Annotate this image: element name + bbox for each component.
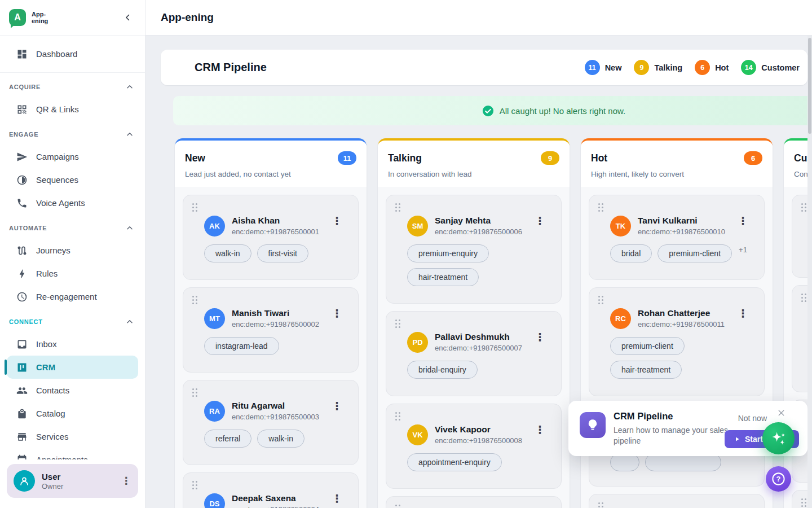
- sidebar-item-campaigns[interactable]: Campaigns: [7, 145, 138, 168]
- ai-assistant-fab[interactable]: [762, 422, 795, 454]
- drag-handle-icon[interactable]: [192, 481, 349, 490]
- lead-card[interactable]: RCRohan Chatterjeeenc:demo:+919876500011…: [589, 287, 765, 396]
- bag-icon: [16, 408, 28, 419]
- sidebar-section-engage[interactable]: ENGAGE: [0, 124, 145, 145]
- avatar: [14, 470, 35, 492]
- lead-name: Rohan Chatterjee: [638, 308, 725, 318]
- sidebar-item-label: Re-engagement: [36, 292, 97, 301]
- help-fab[interactable]: ?: [766, 466, 791, 492]
- stat-label: Hot: [715, 63, 729, 72]
- sidebar-collapse-button[interactable]: [120, 10, 136, 25]
- sidebar-item-catalog[interactable]: Catalog: [7, 402, 138, 425]
- drag-handle-icon[interactable]: [395, 412, 552, 421]
- sidebar-item-label: Catalog: [36, 409, 65, 418]
- not-now-button[interactable]: Not now: [738, 414, 767, 423]
- lead-card[interactable]: SMSanjay Mehtaenc:demo:+919876500006⋮pre…: [386, 195, 562, 304]
- drag-handle-icon[interactable]: [395, 319, 552, 329]
- sidebar-section-acquire[interactable]: ACQUIRE: [0, 76, 145, 98]
- lead-card[interactable]: Amit Kumar⋮: [589, 494, 765, 508]
- vertical-scrollbar[interactable]: [807, 36, 812, 508]
- section-label: ACQUIRE: [9, 84, 41, 90]
- tag-pill[interactable]: premium-client: [610, 337, 685, 355]
- sidebar-item-contacts[interactable]: Contacts: [7, 379, 138, 402]
- sidebar-item-re-engagement[interactable]: Re-engagement: [7, 285, 138, 308]
- sidebar-item-services[interactable]: Services: [7, 425, 138, 448]
- tag-pill[interactable]: walk-in: [204, 244, 251, 262]
- svg-text:?: ?: [776, 475, 781, 483]
- lead-card[interactable]: RARitu Agarwalenc:demo:+919876500003⋮ref…: [183, 380, 359, 465]
- pipeline-stat-talking: 9Talking: [634, 60, 682, 75]
- sidebar-section-connect[interactable]: CONNECT: [0, 311, 145, 332]
- tag-pill[interactable]: hair-treatment: [407, 268, 479, 286]
- tag-pill[interactable]: first-visit: [257, 244, 308, 262]
- topbar: App-ening: [145, 0, 812, 36]
- sidebar-item-label: Voice Agents: [36, 198, 85, 208]
- drag-handle-icon[interactable]: [395, 203, 552, 212]
- sidebar-item-rules[interactable]: Rules: [7, 262, 138, 285]
- lead-card[interactable]: DSDeepak Saxenaenc:demo:+919876500004⋮: [183, 472, 359, 508]
- lead-card[interactable]: PDPallavi Deshmukhenc:demo:+919876500007…: [386, 311, 562, 396]
- tag-pill[interactable]: instagram-lead: [204, 337, 279, 355]
- pipeline-column-new: New11Lead just added, no contact yetAKAi…: [175, 138, 367, 508]
- tag-pill[interactable]: hair-treatment: [610, 361, 682, 379]
- drag-handle-icon[interactable]: [598, 296, 755, 305]
- question-mark-icon: ?: [771, 471, 786, 487]
- lead-card[interactable]: VKVivek Kapoorenc:demo:+919876500008⋮app…: [386, 404, 562, 489]
- tag-pill[interactable]: appointment-enquiry: [407, 453, 502, 471]
- sidebar-item-journeys[interactable]: Journeys: [7, 239, 138, 262]
- drag-handle-icon[interactable]: [192, 296, 349, 305]
- tag-pill[interactable]: walk-in: [257, 430, 304, 448]
- pipeline-stat-new: 11New: [585, 60, 622, 75]
- tag-pill[interactable]: bridal-enquiry: [407, 361, 478, 379]
- lead-card[interactable]: AKAisha Khanenc:demo:+919876500001⋮walk-…: [183, 195, 359, 280]
- pipeline-stat-customer: 14Customer: [741, 60, 800, 75]
- kebab-menu-icon[interactable]: ⋮: [738, 308, 748, 319]
- app-root: A App- ening Dashboard ACQUIREQR & Links…: [0, 0, 812, 508]
- kebab-menu-icon[interactable]: ⋮: [332, 493, 342, 504]
- sidebar-item-inbox[interactable]: Inbox: [7, 332, 138, 356]
- kebab-menu-icon[interactable]: ⋮: [535, 216, 545, 226]
- drag-handle-icon[interactable]: [598, 203, 755, 212]
- sidebar-item-voice-agents[interactable]: Voice Agents: [7, 191, 138, 214]
- chevron-left-icon: [123, 12, 133, 23]
- kebab-menu-icon[interactable]: ⋮: [332, 308, 342, 319]
- close-icon[interactable]: [776, 408, 786, 418]
- qr-code-icon: [16, 104, 28, 115]
- drag-handle-icon[interactable]: [192, 388, 349, 397]
- drag-handle-icon[interactable]: [598, 502, 755, 508]
- tag-pill[interactable]: referral: [204, 430, 251, 448]
- kebab-menu-icon[interactable]: ⋮: [332, 401, 342, 411]
- sidebar-item-crm[interactable]: CRM: [7, 356, 138, 379]
- sidebar-section-automate[interactable]: AUTOMATE: [0, 217, 145, 239]
- sidebar-logo-row: A App- ening: [0, 0, 145, 36]
- sidebar-item-label: Dashboard: [36, 49, 77, 59]
- sidebar-item-label: Campaigns: [36, 152, 79, 161]
- tag-pill[interactable]: premium-enquiry: [407, 244, 489, 262]
- send-icon: [16, 151, 28, 163]
- lead-card[interactable]: Nandini Shetty⋮: [386, 496, 562, 508]
- kebab-menu-icon[interactable]: ⋮: [121, 475, 131, 487]
- kebab-menu-icon[interactable]: ⋮: [535, 424, 545, 435]
- user-panel[interactable]: User Owner ⋮: [7, 464, 138, 498]
- drag-handle-icon[interactable]: [192, 203, 349, 212]
- user-icon: [18, 475, 30, 487]
- stat-count-badge: 6: [695, 60, 710, 75]
- scrollbar-thumb[interactable]: [808, 38, 811, 134]
- sidebar-item-appointments[interactable]: Appointments: [7, 448, 138, 459]
- section-label: ENGAGE: [9, 131, 38, 138]
- kebab-menu-icon[interactable]: ⋮: [332, 216, 342, 226]
- sidebar-item-label: Services: [36, 432, 69, 441]
- kebab-menu-icon[interactable]: ⋮: [535, 332, 545, 343]
- tag-list: bridalpremium-client+1: [610, 244, 747, 262]
- sidebar-item-label: QR & Links: [36, 104, 79, 114]
- sidebar-item-sequences[interactable]: Sequences: [7, 168, 138, 191]
- pipeline-stat-hot: 6Hot: [695, 60, 729, 75]
- sidebar-item-dashboard[interactable]: Dashboard: [7, 42, 138, 65]
- sidebar-item-qr-links[interactable]: QR & Links: [7, 98, 138, 121]
- kebab-menu-icon[interactable]: ⋮: [738, 216, 748, 226]
- drag-handle-icon[interactable]: [395, 505, 552, 508]
- lead-card[interactable]: MTManish Tiwarienc:demo:+919876500002⋮in…: [183, 287, 359, 373]
- tag-pill[interactable]: bridal: [610, 244, 652, 262]
- tag-pill[interactable]: premium-client: [657, 244, 732, 262]
- lead-card[interactable]: TKTanvi Kulkarnienc:demo:+919876500010⋮b…: [589, 195, 765, 280]
